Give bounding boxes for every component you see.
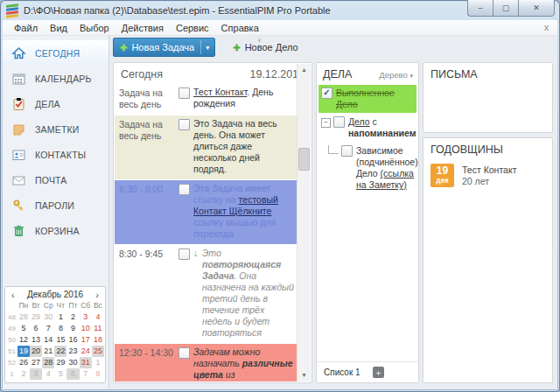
calendar-day-7[interactable]: 7 bbox=[80, 368, 92, 380]
scroll-down-icon[interactable]: ▾ bbox=[298, 369, 311, 382]
calendar-day-6[interactable]: 6 bbox=[30, 323, 42, 334]
calendar-day-9[interactable]: 9 bbox=[66, 323, 79, 334]
maximize-button[interactable]: ▢ bbox=[493, 0, 518, 17]
calendar-day-25[interactable]: 25 bbox=[92, 346, 104, 357]
calendar-day-31[interactable]: 31 bbox=[80, 357, 92, 368]
new-todo-button[interactable]: ✚ Новое Дело bbox=[228, 38, 303, 56]
task-row[interactable]: 12:30 - 14:30Задачам можно назначать раз… bbox=[115, 344, 297, 382]
task-checkbox[interactable] bbox=[178, 248, 190, 260]
mini-calendar: ‹ Декабрь 2016 › ПнВтСрЧтПтСбВс482829301… bbox=[4, 286, 106, 383]
calendar-day-18[interactable]: 18 bbox=[92, 334, 104, 346]
calendar-day-21[interactable]: 21 bbox=[42, 346, 54, 357]
sidebar-item-заметки[interactable]: ЗАМЕТКИ bbox=[3, 116, 108, 142]
menu-item-Справка[interactable]: Справка bbox=[215, 22, 265, 34]
sidebar-item-пароли[interactable]: ПАРОЛИ bbox=[3, 192, 108, 218]
close-icon: ✕ bbox=[533, 4, 540, 12]
calendar-day-13[interactable]: 13 bbox=[30, 334, 42, 346]
scroll-up-icon[interactable]: ▴ bbox=[298, 64, 311, 76]
calendar-day-4[interactable]: 4 bbox=[42, 368, 54, 380]
calendar-next-icon[interactable]: › bbox=[95, 290, 99, 299]
anniversary-item[interactable]: 19декТест Контакт20 лет bbox=[424, 160, 552, 191]
text-segment: Выполненное Дело bbox=[336, 88, 395, 109]
calendar-day-10[interactable]: 10 bbox=[80, 323, 92, 334]
calendar-prev-icon[interactable]: ‹ bbox=[11, 290, 15, 299]
calendar-day-5[interactable]: 5 bbox=[18, 323, 30, 334]
sidebar-item-календарь[interactable]: КАЛЕНДАРЬ bbox=[3, 66, 108, 91]
task-row[interactable]: Задача на весь деньЭто Задача на весь де… bbox=[115, 116, 297, 179]
calendar-day-30[interactable]: 30 bbox=[66, 357, 79, 368]
task-row[interactable]: 6:30 - 8:00Эта Задача имеет ссылку на те… bbox=[115, 180, 297, 244]
sidebar-item-корзина[interactable]: КОРЗИНА bbox=[3, 218, 108, 243]
menu-item-Действия[interactable]: Действия bbox=[116, 22, 170, 34]
menu-item-Файл[interactable]: Файл bbox=[8, 22, 44, 34]
toolbar-collapse-chevron[interactable]: ‹ bbox=[258, 36, 261, 45]
sidebar-item-label: ДЕЛА bbox=[35, 99, 60, 109]
calendar-day-17[interactable]: 17 bbox=[80, 334, 92, 346]
window-title: D:\ФО\Новая папка (2)\Database\test.epim… bbox=[24, 5, 460, 16]
sidebar-item-контакты[interactable]: КОНТАКТЫ bbox=[3, 142, 108, 167]
calendar-day-24[interactable]: 24 bbox=[80, 346, 92, 357]
task-checkbox[interactable] bbox=[178, 347, 190, 359]
calendar-day-22[interactable]: 22 bbox=[54, 346, 66, 357]
calendar-day-3[interactable]: 3 bbox=[80, 312, 92, 323]
todo-row[interactable]: −Дело с напоминанием bbox=[318, 114, 416, 142]
new-task-button[interactable]: ✚ Новая Задача ▾ bbox=[113, 38, 215, 57]
todo-row[interactable]: Зависимое (подчинённое) Дело (ссылка на … bbox=[318, 143, 416, 193]
calendar-day-2[interactable]: 2 bbox=[18, 368, 30, 380]
calendar-day-12[interactable]: 12 bbox=[18, 334, 30, 346]
todo-checkbox-checked[interactable]: ✓ bbox=[321, 88, 332, 99]
todo-checkbox[interactable] bbox=[333, 116, 345, 128]
calendar-day-27[interactable]: 27 bbox=[30, 357, 42, 368]
inline-link[interactable]: Тест Контакт bbox=[193, 87, 247, 97]
calendar-day-26[interactable]: 26 bbox=[18, 357, 30, 368]
calendar-day-1[interactable]: 1 bbox=[54, 312, 66, 323]
collapse-expander-icon[interactable]: − bbox=[321, 118, 331, 128]
sidebar-item-дела[interactable]: ДЕЛА bbox=[3, 91, 108, 116]
add-list-button[interactable]: ＋ bbox=[373, 367, 384, 378]
task-row[interactable]: 8:30 - 9:45↓Это повторяющаяся Задача. Он… bbox=[115, 245, 297, 343]
calendar-day-29[interactable]: 29 bbox=[30, 312, 42, 323]
calendar-day-30[interactable]: 30 bbox=[42, 312, 54, 323]
todo-row[interactable]: ✓Выполненное Дело bbox=[318, 85, 416, 113]
sidebar-item-сегодня[interactable]: СЕГОДНЯ bbox=[3, 40, 108, 66]
inline-link[interactable]: Дело bbox=[348, 116, 370, 127]
calendar-day-8[interactable]: 8 bbox=[54, 323, 66, 334]
today-scrollbar[interactable]: ▴ ▾ bbox=[297, 64, 311, 382]
calendar-day-28[interactable]: 28 bbox=[18, 312, 30, 323]
calendar-day-20[interactable]: 20 bbox=[30, 346, 42, 357]
calendar-day-3[interactable]: 3 bbox=[30, 368, 42, 380]
calendar-day-6[interactable]: 6 bbox=[66, 368, 79, 380]
menu-item-Вид[interactable]: Вид bbox=[44, 22, 74, 34]
calendar-day-23[interactable]: 23 bbox=[66, 346, 79, 357]
calendar-day-16[interactable]: 16 bbox=[66, 334, 79, 346]
calendar-day-11[interactable]: 11 bbox=[92, 323, 104, 334]
calendar-day-15[interactable]: 15 bbox=[54, 334, 66, 346]
calendar-day-8[interactable]: 8 bbox=[92, 368, 104, 380]
task-checkbox[interactable] bbox=[178, 119, 190, 130]
todo-view-dropdown[interactable]: Дерево ▾ bbox=[379, 70, 413, 80]
calendar-day-7[interactable]: 7 bbox=[42, 323, 54, 334]
calendar-day-5[interactable]: 5 bbox=[54, 368, 66, 380]
scrollbar-thumb[interactable] bbox=[298, 148, 310, 171]
notes-icon bbox=[11, 122, 27, 136]
task-checkbox[interactable] bbox=[178, 184, 190, 195]
calendar-day-19[interactable]: 19 bbox=[18, 346, 30, 357]
minimize-button[interactable]: – bbox=[467, 0, 493, 17]
calendar-day-28[interactable]: 28 bbox=[42, 357, 54, 368]
menu-close-icon[interactable]: x bbox=[544, 23, 552, 32]
mail-panel: ПИСЬМА bbox=[423, 62, 553, 133]
calendar-day-1[interactable]: 1 bbox=[92, 357, 104, 368]
todo-list-tab[interactable]: Список 1 bbox=[324, 368, 360, 377]
close-button[interactable]: ✕ bbox=[518, 0, 555, 17]
calendar-day-4[interactable]: 4 bbox=[92, 312, 104, 323]
calendar-day-14[interactable]: 14 bbox=[42, 334, 54, 346]
task-checkbox[interactable] bbox=[178, 88, 190, 99]
new-task-dropdown-icon[interactable]: ▾ bbox=[206, 44, 211, 52]
calendar-day-29[interactable]: 29 bbox=[54, 357, 66, 368]
todo-checkbox[interactable] bbox=[341, 145, 353, 157]
sidebar-item-почта[interactable]: ПОЧТА bbox=[3, 167, 108, 192]
task-row[interactable]: Задача на весь деньТест Контакт. День ро… bbox=[115, 84, 297, 115]
menu-item-Выбор[interactable]: Выбор bbox=[74, 22, 116, 34]
menu-item-Сервис[interactable]: Сервис bbox=[170, 22, 215, 34]
calendar-day-2[interactable]: 2 bbox=[66, 312, 79, 323]
